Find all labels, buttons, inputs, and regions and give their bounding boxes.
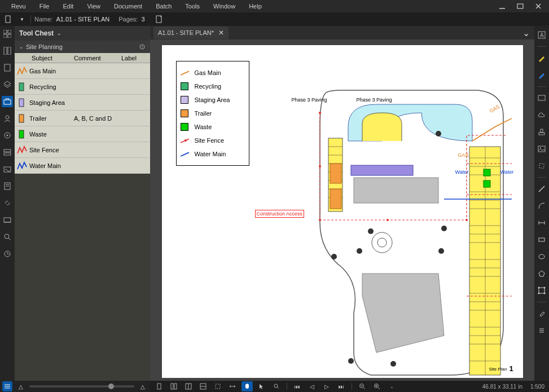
zoom-dropdown-icon[interactable]: ⌄ xyxy=(386,381,397,391)
table-row[interactable]: Water Main xyxy=(15,158,150,174)
markups-list-icon[interactable] xyxy=(2,381,12,391)
split-view-icon[interactable] xyxy=(183,381,194,391)
last-page-icon[interactable]: ⏭ xyxy=(336,381,347,391)
continuous-icon[interactable] xyxy=(168,381,179,391)
menu-view[interactable]: View xyxy=(80,3,107,10)
links-icon[interactable] xyxy=(2,197,13,209)
fit-width-icon[interactable] xyxy=(227,381,238,391)
next-markup-icon[interactable]: △ xyxy=(138,381,148,391)
layers-icon[interactable] xyxy=(2,79,13,90)
menu-revu[interactable]: Revu xyxy=(5,3,33,10)
table-row[interactable]: Recycling xyxy=(15,79,150,95)
signatures-icon[interactable] xyxy=(2,164,13,175)
zoom-tool-icon[interactable] xyxy=(271,381,282,391)
pen-tool-icon[interactable] xyxy=(536,69,547,81)
zoom-out-icon[interactable] xyxy=(357,381,368,391)
page-nav-icon[interactable] xyxy=(154,14,164,24)
svg-point-52 xyxy=(544,293,546,294)
svg-point-104 xyxy=(331,254,337,259)
section-expand-icon[interactable]: ⌄ xyxy=(19,44,24,50)
text-tool-icon[interactable]: A xyxy=(536,29,547,41)
menu-tools[interactable]: Tools xyxy=(178,3,207,10)
slider-knob[interactable] xyxy=(108,384,114,389)
dimension-tool-icon[interactable] xyxy=(536,217,547,228)
more-tools-icon[interactable] xyxy=(536,325,547,336)
menu-window[interactable]: Window xyxy=(207,3,242,10)
file-access-icon[interactable] xyxy=(2,62,13,73)
recent-icon[interactable] xyxy=(2,248,13,259)
select-tool-icon[interactable] xyxy=(256,381,267,391)
maximize-button[interactable] xyxy=(516,2,524,10)
search-icon[interactable] xyxy=(2,231,13,243)
doc-dropdown-icon[interactable]: ▼ xyxy=(17,14,27,24)
profile-icon[interactable] xyxy=(2,113,13,124)
row-symbol-icon xyxy=(15,97,29,108)
table-row[interactable]: Waste xyxy=(15,126,150,142)
prev-page-icon[interactable]: ◁ xyxy=(306,381,318,391)
new-doc-icon[interactable] xyxy=(3,14,14,24)
section-gear-icon[interactable] xyxy=(139,43,146,50)
svg-point-98 xyxy=(387,219,389,221)
note-tool-icon[interactable] xyxy=(536,93,547,104)
studio-icon[interactable] xyxy=(2,214,13,226)
arc-tool-icon[interactable] xyxy=(536,200,547,212)
document-tab[interactable]: A1.01 - SITE PLAN* ✕ xyxy=(153,27,229,39)
markup-slider[interactable] xyxy=(29,385,134,387)
document-page[interactable]: Gas Main Recycling Staging Area Trailer … xyxy=(162,45,523,378)
table-row[interactable]: Staging Area xyxy=(15,95,150,111)
polygon-tool-icon[interactable] xyxy=(536,268,547,279)
eraser-tool-icon[interactable] xyxy=(536,308,547,319)
forms-icon[interactable] xyxy=(2,180,13,192)
line-tool-icon[interactable] xyxy=(536,183,547,195)
menu-document[interactable]: Document xyxy=(107,3,149,10)
prev-markup-icon[interactable]: △ xyxy=(16,381,26,391)
doc-pages-label: Pages: xyxy=(118,16,138,23)
crop-tool-icon[interactable] xyxy=(536,160,547,171)
panel-title: Tool Chest xyxy=(19,29,54,37)
legend-label: Water Main xyxy=(195,151,226,157)
svg-point-107 xyxy=(348,358,354,364)
close-button[interactable] xyxy=(534,2,542,10)
tool-chest-icon[interactable] xyxy=(2,96,13,107)
polyline-tool-icon[interactable] xyxy=(536,285,547,296)
row-symbol-icon xyxy=(15,160,29,171)
image-tool-icon[interactable] xyxy=(536,143,547,155)
sheet-number: 1 xyxy=(510,364,513,373)
svg-rect-41 xyxy=(539,164,544,168)
legend-label: Staging Area xyxy=(195,96,230,103)
cloud-tool-icon[interactable] xyxy=(536,109,547,121)
legend-row: Site Fence xyxy=(180,134,245,147)
single-page-icon[interactable] xyxy=(153,381,165,391)
next-page-icon[interactable]: ▷ xyxy=(321,381,332,391)
tab-close-icon[interactable]: ✕ xyxy=(218,29,224,37)
rectangle-tool-icon[interactable] xyxy=(536,234,547,245)
svg-point-103 xyxy=(368,228,374,234)
minimize-button[interactable] xyxy=(498,2,506,10)
menu-edit[interactable]: Edit xyxy=(56,3,80,10)
menu-batch[interactable]: Batch xyxy=(149,3,178,10)
svg-rect-115 xyxy=(171,384,173,389)
fit-page-icon[interactable] xyxy=(212,381,223,391)
sets-icon[interactable] xyxy=(2,147,13,158)
first-page-icon[interactable]: ⏮ xyxy=(292,381,303,391)
zoom-in-icon[interactable] xyxy=(371,381,383,391)
table-row[interactable]: Trailer A, B, C and D xyxy=(15,111,150,126)
bookmarks-icon[interactable] xyxy=(2,45,13,56)
thumbnails-icon[interactable] xyxy=(2,28,13,39)
canvas-area[interactable]: Gas Main Recycling Staging Area Trailer … xyxy=(150,39,534,381)
table-row[interactable]: Gas Main xyxy=(15,63,150,79)
svg-point-25 xyxy=(5,234,9,239)
menu-file[interactable]: File xyxy=(33,3,56,10)
table-row[interactable]: Site Fence xyxy=(15,142,150,158)
ellipse-tool-icon[interactable] xyxy=(536,251,547,262)
pan-tool-icon[interactable] xyxy=(241,381,253,391)
menu-help[interactable]: Help xyxy=(242,3,269,10)
stamp-tool-icon[interactable] xyxy=(536,126,547,138)
highlight-tool-icon[interactable] xyxy=(536,52,547,64)
tab-bar: A1.01 - SITE PLAN* ✕ ⌄ xyxy=(150,26,534,39)
tab-dropdown-icon[interactable]: ⌄ xyxy=(518,28,534,38)
svg-point-99 xyxy=(465,219,468,221)
split-horiz-icon[interactable] xyxy=(197,381,209,391)
properties-icon[interactable] xyxy=(2,130,13,141)
panel-dropdown-icon[interactable]: ⌄ xyxy=(57,30,62,36)
